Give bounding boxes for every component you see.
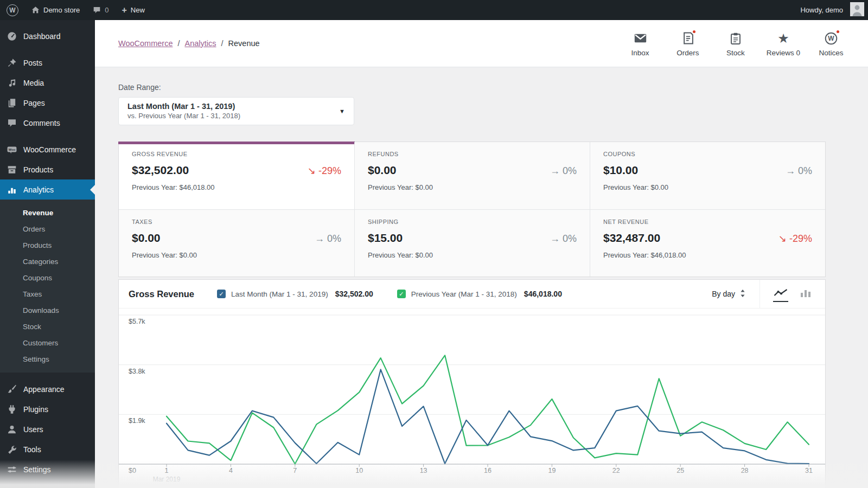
admin-sidebar: Dashboard Posts Media Pages Comments — [0, 20, 95, 488]
sidebar-item-woocommerce[interactable]: Woo WooCommerce — [0, 139, 95, 159]
trend-flat-icon: → — [550, 233, 560, 244]
card-label: GROSS REVENUE — [132, 151, 341, 157]
new-content-menu[interactable]: + New — [115, 0, 151, 20]
summary-card-gross-revenue[interactable]: GROSS REVENUE $32,502.00 ↘ -29% Previous… — [119, 142, 354, 209]
wrench-icon — [6, 445, 18, 454]
submenu-item-stock[interactable]: Stock — [0, 318, 95, 335]
legend-item-last-month[interactable]: ✓ Last Month (Mar 1 - 31, 2019) $32,502.… — [217, 290, 373, 298]
svg-text:10: 10 — [355, 467, 363, 474]
line-chart-button[interactable] — [773, 286, 788, 302]
sidebar-item-media[interactable]: Media — [0, 73, 95, 93]
checkbox-checked-icon[interactable]: ✓ — [217, 290, 226, 298]
unread-badge — [835, 29, 840, 34]
inbox-icon — [634, 31, 647, 45]
submenu-item-settings[interactable]: Settings — [0, 351, 95, 367]
submenu-item-products[interactable]: Products — [0, 237, 95, 253]
card-value: $32,487.00 — [603, 232, 660, 245]
sidebar-item-settings[interactable]: Settings — [0, 459, 95, 479]
card-delta: ↘ -29% — [778, 233, 812, 245]
admin-bar: W Demo store 0 + New Howdy, demo — [0, 0, 868, 20]
site-name-link[interactable]: Demo store — [25, 0, 86, 20]
sidebar-item-label: Appearance — [23, 385, 65, 394]
tab-reviews[interactable]: ★ Reviews 0 — [760, 30, 807, 57]
card-delta: → 0% — [550, 165, 577, 177]
svg-text:$0: $0 — [129, 467, 136, 474]
sidebar-item-label: Plugins — [23, 405, 48, 414]
breadcrumb-separator: / — [221, 39, 224, 48]
summary-card-taxes[interactable]: TAXES $0.00 → 0% Previous Year: $0.00 — [119, 209, 354, 277]
sidebar-item-tools[interactable]: Tools — [0, 439, 95, 459]
summary-card-coupons[interactable]: COUPONS $10.00 → 0% Previous Year: $0.00 — [590, 142, 825, 209]
page-header: WooCommerce / Analytics / Revenue Inbox … — [95, 20, 868, 67]
svg-text:7: 7 — [293, 467, 297, 474]
legend-total: $46,018.00 — [524, 290, 562, 298]
interval-select[interactable]: By day — [698, 289, 760, 299]
wordpress-logo-icon: W — [7, 4, 18, 16]
tab-stock[interactable]: Stock — [712, 30, 760, 57]
brush-icon — [6, 384, 18, 394]
tab-label: Notices — [819, 49, 843, 57]
avatar[interactable] — [850, 2, 864, 18]
sidebar-item-label: Analytics — [23, 185, 54, 194]
submenu-item-customers[interactable]: Customers — [0, 335, 95, 351]
chart-title: Gross Revenue — [129, 289, 194, 299]
tab-label: Inbox — [631, 49, 649, 57]
sidebar-item-posts[interactable]: Posts — [0, 53, 95, 73]
date-range-secondary: vs. Previous Year (Mar 1 - 31, 2018) — [127, 112, 345, 120]
comment-icon — [6, 118, 18, 128]
comment-icon — [93, 6, 101, 14]
card-label: SHIPPING — [368, 219, 577, 225]
bar-chart-icon — [6, 185, 18, 195]
clipboard-icon — [730, 31, 741, 45]
svg-text:$3.8k: $3.8k — [129, 368, 145, 375]
comments-shortcut[interactable]: 0 — [86, 0, 115, 20]
svg-text:Woo: Woo — [9, 148, 16, 151]
tab-notices[interactable]: W Notices — [807, 30, 855, 57]
breadcrumb-link-woocommerce[interactable]: WooCommerce — [118, 39, 173, 48]
bar-chart-button[interactable] — [799, 286, 812, 302]
summary-card-net-revenue[interactable]: NET REVENUE $32,487.00 ↘ -29% Previous Y… — [590, 209, 825, 277]
breadcrumb: WooCommerce / Analytics / Revenue — [118, 39, 260, 48]
pages-icon — [6, 98, 18, 108]
summary-card-shipping[interactable]: SHIPPING $15.00 → 0% Previous Year: $0.0… — [354, 209, 590, 277]
breadcrumb-separator: / — [177, 39, 180, 48]
sidebar-item-users[interactable]: Users — [0, 419, 95, 439]
sidebar-item-appearance[interactable]: Appearance — [0, 379, 95, 399]
wordpress-menu[interactable]: W — [0, 0, 25, 20]
date-range-select[interactable]: Last Month (Mar 1 - 31, 2019) vs. Previo… — [118, 97, 354, 125]
breadcrumb-current: Revenue — [228, 39, 260, 48]
new-label: New — [131, 6, 145, 14]
chart-legend: ✓ Last Month (Mar 1 - 31, 2019) $32,502.… — [217, 290, 562, 298]
checkbox-checked-icon[interactable]: ✓ — [397, 290, 406, 298]
submenu-item-revenue[interactable]: Revenue — [0, 204, 95, 221]
svg-text:4: 4 — [229, 467, 233, 474]
tab-orders[interactable]: Orders — [664, 30, 712, 57]
summary-card-refunds[interactable]: REFUNDS $0.00 → 0% Previous Year: $0.00 — [354, 142, 590, 209]
submenu-item-orders[interactable]: Orders — [0, 221, 95, 237]
sidebar-item-comments[interactable]: Comments — [0, 113, 95, 133]
sidebar-item-plugins[interactable]: Plugins — [0, 399, 95, 419]
card-previous: Previous Year: $0.00 — [603, 183, 812, 191]
sidebar-item-products[interactable]: Products — [0, 159, 95, 179]
legend-item-previous-year[interactable]: ✓ Previous Year (Mar 1 - 31, 2018) $46,0… — [397, 290, 562, 298]
sidebar-item-dashboard[interactable]: Dashboard — [0, 26, 95, 46]
tab-label: Reviews 0 — [767, 49, 800, 57]
card-previous: Previous Year: $0.00 — [368, 183, 577, 191]
sidebar-item-pages[interactable]: Pages — [0, 93, 95, 113]
breadcrumb-link-analytics[interactable]: Analytics — [184, 39, 216, 48]
my-account-menu[interactable]: Howdy, demo — [794, 0, 845, 20]
sidebar-item-analytics[interactable]: Analytics — [0, 179, 95, 200]
trend-down-icon: ↘ — [778, 233, 787, 244]
tab-inbox[interactable]: Inbox — [616, 30, 664, 57]
svg-text:W: W — [828, 35, 834, 42]
submenu-item-categories[interactable]: Categories — [0, 253, 95, 269]
menu-separator — [0, 133, 95, 139]
card-value: $0.00 — [132, 232, 161, 245]
sidebar-item-label: Products — [23, 165, 53, 174]
sidebar-item-label: Tools — [23, 445, 41, 454]
orders-icon — [682, 31, 694, 45]
submenu-item-coupons[interactable]: Coupons — [0, 269, 95, 286]
submenu-item-downloads[interactable]: Downloads — [0, 302, 95, 318]
submenu-item-taxes[interactable]: Taxes — [0, 286, 95, 302]
svg-text:16: 16 — [484, 467, 492, 474]
